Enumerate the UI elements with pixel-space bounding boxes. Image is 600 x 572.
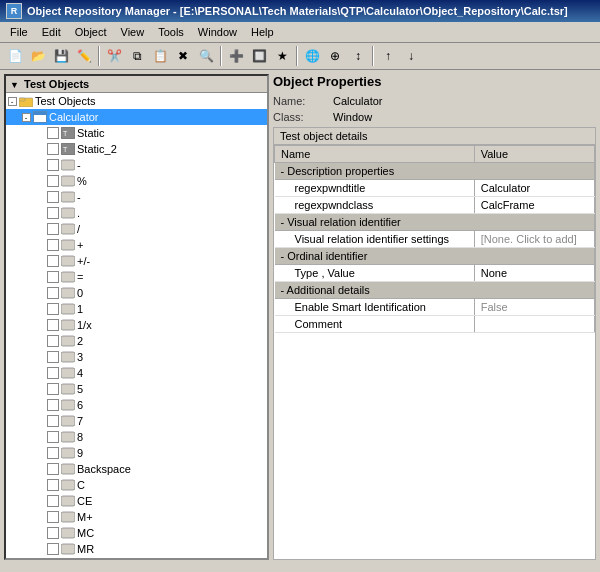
menu-item-object[interactable]: Object xyxy=(69,24,113,40)
tree-item-mr[interactable]: MR xyxy=(6,541,267,557)
menu-item-help[interactable]: Help xyxy=(245,24,280,40)
toolbar-button-8[interactable]: ✖ xyxy=(172,45,194,67)
toolbar-button-20[interactable]: ↓ xyxy=(400,45,422,67)
tree-checkbox[interactable] xyxy=(47,431,59,443)
tree-item-plusminus[interactable]: +/- xyxy=(6,253,267,269)
menu-item-file[interactable]: File xyxy=(4,24,34,40)
tree-item-slash[interactable]: / xyxy=(6,221,267,237)
tree-checkbox[interactable] xyxy=(47,479,59,491)
tree-item-label: 1 xyxy=(77,303,83,315)
tree-item-dot[interactable]: . xyxy=(6,205,267,221)
section-label-ordinal[interactable]: - Ordinal identifier xyxy=(275,248,595,265)
tree-checkbox[interactable] xyxy=(47,447,59,459)
tree-item-static2[interactable]: TStatic_2 xyxy=(6,141,267,157)
prop-value[interactable]: False xyxy=(474,299,594,316)
toolbar-button-13[interactable]: ★ xyxy=(271,45,293,67)
tree-checkbox[interactable] xyxy=(47,271,59,283)
tree-checkbox[interactable] xyxy=(47,143,59,155)
tree-item-ce[interactable]: CE xyxy=(6,493,267,509)
tree-item-minus[interactable]: - xyxy=(6,189,267,205)
tree-checkbox[interactable] xyxy=(47,255,59,267)
tree-checkbox[interactable] xyxy=(47,351,59,363)
tree-checkbox[interactable] xyxy=(47,223,59,235)
tree-item-two[interactable]: 2 xyxy=(6,333,267,349)
toolbar-button-2[interactable]: 💾 xyxy=(50,45,72,67)
tree-checkbox[interactable] xyxy=(47,543,59,555)
button-icon xyxy=(61,510,75,524)
tree-item-three[interactable]: 3 xyxy=(6,349,267,365)
tree-checkbox[interactable] xyxy=(47,511,59,523)
section-label-description[interactable]: - Description properties xyxy=(275,163,595,180)
toolbar-button-5[interactable]: ✂️ xyxy=(103,45,125,67)
toolbar-button-12[interactable]: 🔲 xyxy=(248,45,270,67)
tree-item-six[interactable]: 6 xyxy=(6,397,267,413)
tree-checkbox[interactable] xyxy=(47,495,59,507)
tree-item-five[interactable]: 5 xyxy=(6,381,267,397)
tree-item-eight[interactable]: 8 xyxy=(6,429,267,445)
tree-checkbox[interactable] xyxy=(47,415,59,427)
menu-item-edit[interactable]: Edit xyxy=(36,24,67,40)
button-icon xyxy=(61,366,75,380)
tree-checkbox[interactable] xyxy=(47,127,59,139)
tree-item-mplus[interactable]: M+ xyxy=(6,509,267,525)
expand-icon xyxy=(34,511,46,523)
tree-item-minus2[interactable]: - xyxy=(6,157,267,173)
prop-value[interactable]: Calculator xyxy=(474,180,594,197)
tree-checkbox[interactable] xyxy=(47,463,59,475)
expand-icon[interactable]: - xyxy=(20,111,32,123)
tree-checkbox[interactable] xyxy=(47,159,59,171)
tree-item-mc[interactable]: MC xyxy=(6,525,267,541)
tree-checkbox[interactable] xyxy=(47,335,59,347)
expand-icon xyxy=(34,207,46,219)
tree-checkbox[interactable] xyxy=(47,383,59,395)
tree-checkbox[interactable] xyxy=(47,207,59,219)
toolbar-button-3[interactable]: ✏️ xyxy=(73,45,95,67)
tree-item-root[interactable]: -Test Objects xyxy=(6,93,267,109)
toolbar-button-15[interactable]: 🌐 xyxy=(301,45,323,67)
tree-item-plus[interactable]: + xyxy=(6,237,267,253)
tree-item-static[interactable]: TStatic xyxy=(6,125,267,141)
tree-item-equals[interactable]: = xyxy=(6,269,267,285)
tree-checkbox[interactable] xyxy=(47,287,59,299)
toolbar-button-16[interactable]: ⊕ xyxy=(324,45,346,67)
expand-icon[interactable]: - xyxy=(6,95,18,107)
tree-item-seven[interactable]: 7 xyxy=(6,413,267,429)
tree-checkbox[interactable] xyxy=(47,319,59,331)
tree-checkbox[interactable] xyxy=(47,367,59,379)
tree-checkbox[interactable] xyxy=(47,399,59,411)
prop-value[interactable]: CalcFrame xyxy=(474,197,594,214)
tree-item-one[interactable]: 1 xyxy=(6,301,267,317)
tree-checkbox[interactable] xyxy=(47,559,59,560)
toolbar-button-7[interactable]: 📋 xyxy=(149,45,171,67)
toolbar-button-19[interactable]: ↑ xyxy=(377,45,399,67)
tree-item-four[interactable]: 4 xyxy=(6,365,267,381)
toolbar-button-0[interactable]: 📄 xyxy=(4,45,26,67)
tree-checkbox[interactable] xyxy=(47,303,59,315)
toolbar-button-6[interactable]: ⧉ xyxy=(126,45,148,67)
tree-checkbox[interactable] xyxy=(47,191,59,203)
toolbar-button-11[interactable]: ➕ xyxy=(225,45,247,67)
tree-checkbox[interactable] xyxy=(47,175,59,187)
tree-checkbox[interactable] xyxy=(47,239,59,251)
prop-value[interactable]: [None. Click to add] xyxy=(474,231,594,248)
tree-item-zero[interactable]: 0 xyxy=(6,285,267,301)
menu-item-tools[interactable]: Tools xyxy=(152,24,190,40)
section-label-additional[interactable]: - Additional details xyxy=(275,282,595,299)
tree-item-ms[interactable]: MS xyxy=(6,557,267,560)
tree-item-nine[interactable]: 9 xyxy=(6,445,267,461)
section-label-visual[interactable]: - Visual relation identifier xyxy=(275,214,595,231)
tree-item-c[interactable]: C xyxy=(6,477,267,493)
tree-item-onex[interactable]: 1/x xyxy=(6,317,267,333)
tree-item-label: % xyxy=(77,175,87,187)
prop-value[interactable]: None xyxy=(474,265,594,282)
menu-item-view[interactable]: View xyxy=(115,24,151,40)
toolbar-button-9[interactable]: 🔍 xyxy=(195,45,217,67)
tree-expand-root[interactable]: ▼ xyxy=(10,80,19,90)
menu-item-window[interactable]: Window xyxy=(192,24,243,40)
tree-item-calculator[interactable]: -Calculator xyxy=(6,109,267,125)
tree-item-backspace[interactable]: Backspace xyxy=(6,461,267,477)
tree-item-percent[interactable]: % xyxy=(6,173,267,189)
tree-checkbox[interactable] xyxy=(47,527,59,539)
toolbar-button-1[interactable]: 📂 xyxy=(27,45,49,67)
toolbar-button-17[interactable]: ↕ xyxy=(347,45,369,67)
